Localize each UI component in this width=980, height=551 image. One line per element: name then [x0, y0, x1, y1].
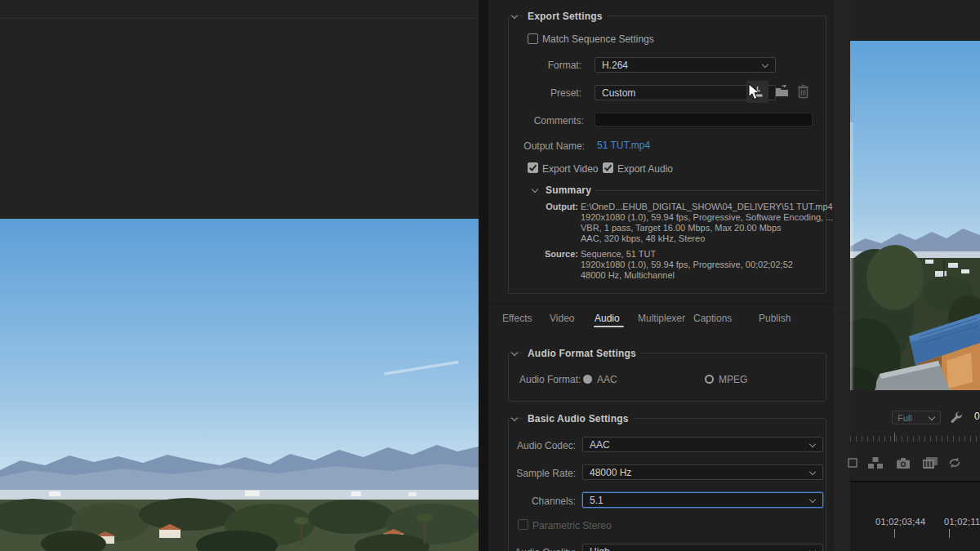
tab-effects[interactable]: Effects	[502, 313, 532, 324]
format-value: H.264	[602, 60, 628, 70]
monitor-zoom-dropdown[interactable]: Full	[892, 411, 941, 424]
audio-format-aac-label: AAC	[597, 374, 617, 385]
import-preset-button[interactable]	[773, 83, 791, 100]
summary-source-text: Sequence, 51 TUT 1920x1080 (1.0), 59.94 …	[581, 249, 793, 281]
panel-icon	[848, 457, 858, 469]
chevron-down-icon	[810, 469, 816, 475]
monitor-timecode-partial: 0	[974, 411, 980, 422]
tabs-divider	[488, 304, 834, 304]
tab-publish[interactable]: Publish	[759, 313, 791, 324]
monitor-settings-button[interactable]	[948, 409, 964, 425]
loop-arrows-icon	[947, 456, 962, 469]
export-settings-title: Export Settings	[523, 11, 608, 22]
mouse-cursor	[748, 83, 760, 100]
sample-rate-dropdown[interactable]: 48000 Hz	[582, 464, 823, 480]
collapse-chevron-icon[interactable]	[512, 350, 518, 356]
sample-rate-label: Sample Rate:	[488, 468, 576, 479]
tab-multiplexer[interactable]: Multiplexer	[638, 313, 685, 324]
timeline-panel[interactable]: 01;02;03;44 01;02;11;4	[850, 482, 980, 551]
export-settings-panel: Export Settings Match Sequence Settings …	[488, 0, 834, 551]
wrench-icon	[950, 411, 963, 424]
parametric-stereo-label: Parametric Stereo	[532, 520, 612, 531]
panel-divider-line	[0, 18, 479, 19]
camera-icon	[896, 457, 911, 469]
program-monitor-video	[850, 41, 980, 390]
channels-value: 5.1	[590, 495, 604, 505]
audio-quality-dropdown[interactable]: High	[582, 544, 823, 551]
preset-label: Preset:	[490, 87, 581, 99]
chevron-down-icon	[810, 442, 816, 447]
summary-output-text: E:\OneD...EHUB_DIGITAL_SHOW\04_DELIVERY\…	[581, 202, 833, 244]
dialog-scrollbar-track[interactable]	[479, 0, 488, 551]
active-tab-underline	[594, 326, 624, 327]
comments-input[interactable]	[595, 113, 813, 127]
comments-label: Comments:	[490, 115, 584, 127]
timeline-timecode: 01;02;03;44	[875, 517, 925, 527]
chevron-down-icon	[763, 62, 768, 68]
match-sequence-checkbox[interactable]	[528, 33, 538, 44]
preset-value: Custom	[602, 88, 635, 98]
premiere-export-settings-screen: Export Settings Match Sequence Settings …	[0, 0, 980, 551]
chevron-down-icon	[810, 497, 816, 503]
summary-source-label: Source:	[521, 249, 578, 259]
audio-format-aac-radio[interactable]	[583, 375, 592, 384]
output-name-label: Output Name:	[490, 140, 585, 152]
comparison-view-icon	[867, 456, 884, 469]
check-icon	[528, 163, 537, 172]
sample-rate-value: 48000 Hz	[590, 468, 631, 478]
timeline-timecode: 01;02;11;4	[944, 517, 980, 527]
summary-rule	[595, 190, 822, 191]
ruler-tick	[949, 529, 950, 538]
collapse-chevron-icon[interactable]	[512, 415, 518, 421]
audio-codec-label: Audio Codec:	[488, 440, 576, 451]
comparison-view-button[interactable]	[866, 455, 884, 470]
source-preview-video	[0, 219, 479, 551]
tab-audio[interactable]: Audio	[595, 313, 620, 324]
monitor-zoom-value: Full	[898, 413, 912, 423]
program-monitor-pane: Full 0	[850, 0, 980, 551]
ruler-tick	[894, 433, 895, 442]
loop-button[interactable]	[946, 455, 964, 470]
export-video-checkbox[interactable]	[528, 162, 538, 173]
basic-audio-settings-title: Basic Audio Settings	[523, 413, 634, 424]
summary-output-label: Output:	[521, 202, 578, 211]
audio-format-mpeg-label: MPEG	[719, 374, 747, 385]
audio-codec-value: AAC	[590, 440, 610, 450]
audio-codec-dropdown[interactable]: AAC	[582, 437, 823, 452]
collapse-chevron-icon[interactable]	[512, 13, 518, 19]
tab-captions[interactable]: Captions	[693, 313, 732, 324]
match-sequence-label: Match Sequence Settings	[542, 33, 654, 45]
output-name-link[interactable]: 51 TUT.mp4	[597, 140, 650, 151]
monitor-button-partial[interactable]	[847, 455, 858, 470]
audio-format-label: Audio Format:	[519, 374, 581, 385]
tab-video[interactable]: Video	[550, 313, 574, 324]
collapse-chevron-icon[interactable]	[532, 187, 538, 193]
format-label: Format:	[490, 60, 581, 71]
channels-label: Channels:	[488, 495, 576, 507]
chevron-down-icon	[929, 415, 935, 420]
audio-format-mpeg-radio[interactable]	[705, 375, 714, 384]
export-video-label: Export Video	[542, 163, 599, 175]
channels-dropdown[interactable]: 5.1	[582, 492, 823, 508]
trash-icon	[797, 84, 809, 99]
parametric-stereo-checkbox	[518, 519, 528, 530]
audio-quality-label: Audio Quality:	[488, 547, 576, 551]
ruler-tick	[894, 529, 895, 538]
monitor-scrub-ruler[interactable]	[850, 436, 980, 442]
gutter-line	[834, 308, 850, 309]
folder-arrow-icon	[775, 85, 791, 98]
format-dropdown[interactable]: H.264	[595, 57, 776, 73]
check-icon	[604, 163, 612, 172]
export-audio-checkbox[interactable]	[603, 162, 613, 173]
audio-quality-value: High	[590, 547, 610, 551]
export-audio-label: Export Audio	[617, 163, 673, 175]
filmstrip-stack-icon	[922, 456, 938, 469]
audio-format-settings-title: Audio Format Settings	[523, 348, 641, 359]
export-frame-button[interactable]	[895, 455, 911, 470]
multi-camera-button[interactable]	[921, 455, 939, 470]
source-preview-pane	[0, 0, 479, 551]
delete-preset-button[interactable]	[795, 82, 810, 100]
summary-title: Summary	[541, 184, 596, 196]
